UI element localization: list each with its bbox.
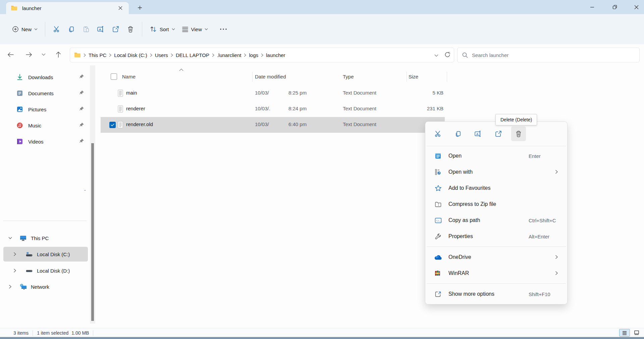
- breadcrumb-item[interactable]: launcher: [264, 51, 287, 59]
- menu-item-copy-as-path[interactable]: \\.. Copy as path Ctrl+Shift+C: [427, 212, 566, 228]
- large-icons-view-button[interactable]: [631, 329, 642, 337]
- up-button[interactable]: [52, 49, 64, 60]
- back-button[interactable]: [5, 49, 17, 60]
- svg-text:A: A: [476, 132, 479, 136]
- svg-text:\\..: \\..: [436, 219, 442, 222]
- menu-separator: [427, 246, 566, 247]
- breadcrumb-item[interactable]: Users: [153, 51, 170, 59]
- column-divider[interactable]: [447, 72, 447, 82]
- search-input[interactable]: [471, 52, 620, 58]
- paste-button[interactable]: [79, 22, 94, 37]
- sidebar-item-local-disk-c[interactable]: Local Disk (C:): [3, 247, 88, 262]
- cut-icon[interactable]: [431, 126, 445, 141]
- pin-icon: [79, 90, 84, 96]
- minimize-button[interactable]: [584, 1, 600, 13]
- column-header-type[interactable]: Type: [343, 74, 354, 79]
- file-date: 10/03/: [255, 90, 269, 96]
- context-menu: A Open Enter O: [425, 121, 568, 304]
- column-header-name[interactable]: Name: [122, 74, 136, 79]
- breadcrumb-item[interactable]: This PC: [87, 51, 108, 59]
- sort-button[interactable]: Sort: [146, 23, 178, 35]
- column-divider[interactable]: [252, 72, 253, 82]
- close-button[interactable]: [629, 1, 644, 13]
- menu-item-winrar[interactable]: WinRAR: [427, 265, 566, 281]
- sidebar-item-pictures[interactable]: Pictures: [3, 102, 87, 116]
- restore-button[interactable]: [607, 1, 623, 13]
- refresh-icon[interactable]: [444, 52, 450, 59]
- select-all-checkbox[interactable]: [111, 73, 117, 80]
- see-more-button[interactable]: [216, 22, 231, 37]
- rename-button[interactable]: A: [94, 22, 108, 37]
- menu-item-properties[interactable]: Properties Alt+Enter: [427, 228, 566, 244]
- delete-button[interactable]: [123, 22, 138, 37]
- menu-item-show-more-options[interactable]: Show more options Shift+F10: [427, 286, 566, 302]
- breadcrumb-item[interactable]: .lunarclient: [215, 51, 244, 59]
- column-divider[interactable]: [407, 72, 407, 82]
- share-button[interactable]: [108, 22, 123, 37]
- chevron-right-icon[interactable]: [12, 268, 17, 273]
- file-name: main: [126, 90, 137, 96]
- new-button[interactable]: New: [9, 23, 41, 35]
- status-divider: [33, 330, 33, 336]
- notepad-icon: [434, 152, 442, 160]
- explorer-tab[interactable]: launcher: [6, 2, 129, 14]
- sidebar-item-this-pc[interactable]: This PC: [3, 231, 88, 245]
- sidebar-item-network[interactable]: Network: [3, 279, 88, 294]
- search-box[interactable]: [457, 48, 640, 62]
- column-header-date[interactable]: Date modified: [255, 74, 286, 79]
- sidebar-scrollbar-thumb[interactable]: [91, 143, 94, 321]
- chevron-down-icon[interactable]: [7, 235, 13, 241]
- tab-close-icon[interactable]: [117, 4, 124, 12]
- sidebar-item-videos[interactable]: Videos: [3, 134, 87, 149]
- menu-item-open[interactable]: Open Enter: [427, 148, 566, 164]
- chevron-right-icon[interactable]: [12, 251, 17, 257]
- menu-item-compress-to-zip[interactable]: Compress to Zip file: [427, 196, 566, 212]
- row-checkbox-checked[interactable]: [109, 122, 116, 128]
- menu-separator: [427, 283, 566, 284]
- forward-button[interactable]: [23, 49, 35, 60]
- rename-icon[interactable]: A: [471, 126, 486, 141]
- view-button[interactable]: View: [178, 23, 211, 35]
- videos-icon: [16, 138, 23, 145]
- breadcrumb-item[interactable]: DELL LAPTOP: [174, 51, 211, 59]
- file-time: 8:24 pm: [288, 106, 307, 111]
- delete-icon[interactable]: [511, 126, 526, 141]
- breadcrumb-item[interactable]: logs: [247, 51, 260, 59]
- sidebar-item-documents[interactable]: Documents: [3, 86, 87, 100]
- copy-button[interactable]: [64, 22, 79, 37]
- menu-item-open-with[interactable]: Open with: [427, 164, 566, 180]
- file-time: 6:40 pm: [288, 121, 307, 127]
- sidebar-item-local-disk-d[interactable]: Local Disk (D:): [3, 263, 88, 278]
- chevron-right-icon[interactable]: [7, 284, 13, 289]
- sidebar-item-label: Local Disk (D:): [37, 268, 70, 274]
- window-bottom-edge: [0, 337, 644, 339]
- file-row-renderer[interactable]: renderer 10/03/. 8:24 pm Text Document 2…: [101, 101, 445, 117]
- sidebar-item-downloads[interactable]: Downloads: [3, 70, 87, 84]
- recent-locations-button[interactable]: [38, 49, 50, 60]
- menu-item-add-to-favourites[interactable]: Add to Favourites: [427, 180, 566, 196]
- selection-size: 1.00 MB: [71, 330, 89, 336]
- copy-icon[interactable]: [451, 126, 466, 141]
- sidebar-item-music[interactable]: Music: [3, 118, 87, 132]
- file-type: Text Document: [343, 106, 376, 111]
- pane-resize-handle[interactable]: ··: [84, 187, 86, 192]
- file-row-renderer-old[interactable]: renderer.old 10/03/ 6:40 pm Text Documen…: [101, 117, 445, 133]
- column-header-size[interactable]: Size: [409, 74, 418, 79]
- menu-item-onedrive[interactable]: OneDrive: [427, 249, 566, 265]
- sidebar-item-label: Pictures: [28, 107, 46, 112]
- items-count: 3 items: [13, 330, 29, 336]
- address-dropdown-icon[interactable]: [434, 52, 438, 58]
- sidebar-item-label: Network: [31, 284, 49, 290]
- sort-button-label: Sort: [160, 26, 169, 32]
- new-tab-button[interactable]: [136, 3, 144, 12]
- menu-item-label: Open with: [448, 169, 473, 175]
- address-row: This PC Local Disk (C:) Users DELL LAPTO…: [0, 44, 644, 65]
- sidebar-item-label: Videos: [28, 139, 44, 145]
- file-row-main[interactable]: main 10/03/ 8:25 pm Text Document 5 KB: [101, 86, 445, 101]
- details-view-button[interactable]: [619, 329, 630, 337]
- status-divider: [93, 330, 93, 336]
- cut-button[interactable]: [49, 22, 64, 37]
- menu-item-label: WinRAR: [448, 270, 469, 276]
- breadcrumb-item[interactable]: Local Disk (C:): [112, 51, 149, 59]
- share-icon[interactable]: [491, 126, 506, 141]
